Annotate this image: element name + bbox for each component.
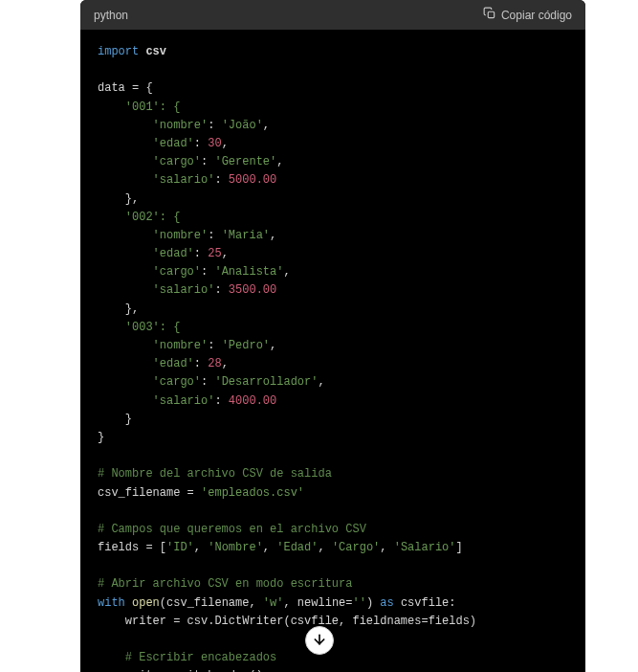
copy-icon bbox=[483, 7, 496, 23]
code-content: import csv data = { '001': { 'nombre': '… bbox=[98, 43, 568, 672]
svg-rect-0 bbox=[488, 11, 494, 17]
arrow-down-icon bbox=[312, 632, 327, 650]
copy-label: Copiar código bbox=[501, 9, 572, 22]
copy-code-button[interactable]: Copiar código bbox=[483, 7, 572, 23]
scroll-down-button[interactable] bbox=[305, 626, 334, 655]
code-body[interactable]: import csv data = { '001': { 'nombre': '… bbox=[80, 30, 585, 672]
code-block: python Copiar código import csv data = {… bbox=[80, 0, 585, 672]
language-label: python bbox=[94, 9, 128, 22]
code-header: python Copiar código bbox=[80, 0, 585, 30]
